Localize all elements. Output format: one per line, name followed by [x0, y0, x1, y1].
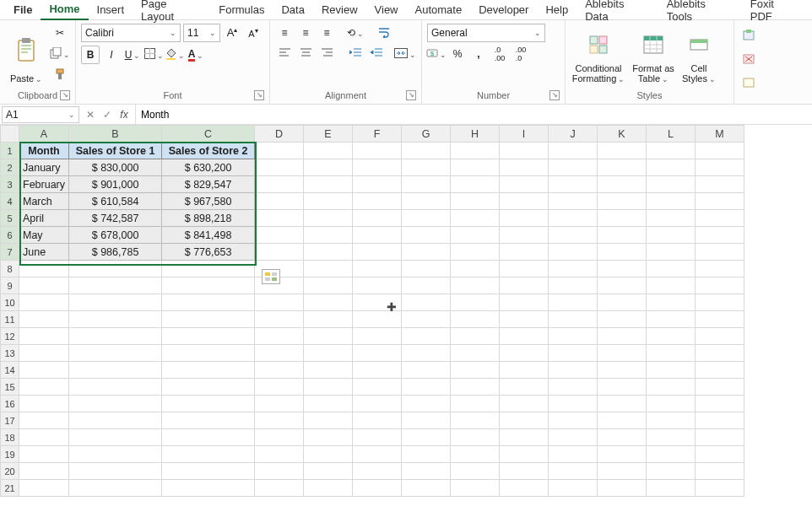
cell-H20[interactable] — [451, 463, 500, 480]
cell-M2[interactable] — [696, 159, 744, 176]
row-header-18[interactable]: 18 — [1, 429, 19, 446]
cell-E18[interactable] — [304, 429, 353, 446]
cell-M9[interactable] — [696, 277, 744, 294]
cell-K10[interactable] — [598, 294, 647, 311]
cell-G4[interactable] — [402, 193, 451, 210]
cell-J17[interactable] — [549, 412, 598, 429]
row-header-20[interactable]: 20 — [1, 463, 19, 480]
percent-format-button[interactable]: % — [448, 45, 467, 63]
cell-J21[interactable] — [549, 480, 598, 497]
cell-A21[interactable] — [19, 480, 69, 497]
row-header-6[interactable]: 6 — [1, 227, 19, 244]
cell-J9[interactable] — [549, 277, 598, 294]
italic-button[interactable]: I — [102, 46, 121, 64]
cell-C15[interactable] — [162, 379, 255, 396]
number-dialog-launcher[interactable]: ↘ — [549, 90, 560, 100]
font-color-button[interactable]: A — [187, 46, 205, 64]
cell-F3[interactable] — [353, 176, 402, 193]
cell-E8[interactable] — [304, 261, 353, 277]
tab-insert[interactable]: Insert — [89, 0, 133, 19]
cell-B12[interactable] — [69, 328, 162, 345]
cell-A5[interactable]: April — [19, 210, 69, 227]
row-header-2[interactable]: 2 — [1, 159, 19, 176]
cell-G14[interactable] — [402, 362, 451, 379]
cell-M19[interactable] — [696, 446, 744, 463]
cell-I11[interactable] — [500, 311, 549, 328]
cell-G18[interactable] — [402, 429, 451, 446]
column-header-C[interactable]: C — [162, 126, 255, 143]
cell-L16[interactable] — [647, 396, 696, 412]
cell-M21[interactable] — [696, 480, 744, 497]
cell-K19[interactable] — [598, 446, 647, 463]
cell-B1[interactable]: Sales of Store 1 — [69, 143, 162, 159]
cell-F10[interactable] — [353, 294, 402, 311]
cell-G6[interactable] — [402, 227, 451, 244]
align-bottom-button[interactable]: ≡ — [317, 24, 336, 42]
cell-G17[interactable] — [402, 412, 451, 429]
cell-H11[interactable] — [451, 311, 500, 328]
cell-L10[interactable] — [647, 294, 696, 311]
cell-G11[interactable] — [402, 311, 451, 328]
align-middle-button[interactable]: ≡ — [296, 24, 315, 42]
row-header-3[interactable]: 3 — [1, 176, 19, 193]
tab-file[interactable]: File — [5, 0, 41, 19]
cell-F13[interactable] — [353, 345, 402, 362]
cell-A1[interactable]: Month — [19, 143, 69, 159]
cell-F4[interactable] — [353, 193, 402, 210]
cell-J2[interactable] — [549, 159, 598, 176]
cell-H9[interactable] — [451, 277, 500, 294]
format-painter-button[interactable] — [51, 66, 69, 84]
cell-G10[interactable] — [402, 294, 451, 311]
cell-L20[interactable] — [647, 463, 696, 480]
cell-C5[interactable]: $ 898,218 — [162, 210, 255, 227]
cell-B8[interactable] — [69, 261, 162, 277]
cell-G8[interactable] — [402, 261, 451, 277]
cell-M4[interactable] — [696, 193, 744, 210]
cell-H14[interactable] — [451, 362, 500, 379]
name-box[interactable]: A1⌄ — [2, 106, 79, 123]
cell-C13[interactable] — [162, 345, 255, 362]
column-header-B[interactable]: B — [69, 126, 162, 143]
cell-I1[interactable] — [500, 143, 549, 159]
cell-K15[interactable] — [598, 379, 647, 396]
cell-M5[interactable] — [696, 210, 744, 227]
cell-A8[interactable] — [19, 261, 69, 277]
cell-K14[interactable] — [598, 362, 647, 379]
align-right-button[interactable] — [317, 45, 336, 63]
cell-G3[interactable] — [402, 176, 451, 193]
cell-K17[interactable] — [598, 412, 647, 429]
cell-E4[interactable] — [304, 193, 353, 210]
cell-F9[interactable] — [353, 277, 402, 294]
row-header-14[interactable]: 14 — [1, 362, 19, 379]
cell-D17[interactable] — [255, 412, 304, 429]
cell-I13[interactable] — [500, 345, 549, 362]
cell-L6[interactable] — [647, 227, 696, 244]
cell-J4[interactable] — [549, 193, 598, 210]
cell-H15[interactable] — [451, 379, 500, 396]
cell-M8[interactable] — [696, 261, 744, 277]
cell-K9[interactable] — [598, 277, 647, 294]
cell-M1[interactable] — [696, 143, 744, 159]
cell-J11[interactable] — [549, 311, 598, 328]
cell-G1[interactable] — [402, 143, 451, 159]
cell-B5[interactable]: $ 742,587 — [69, 210, 162, 227]
row-header-9[interactable]: 9 — [1, 277, 19, 294]
cell-F18[interactable] — [353, 429, 402, 446]
fill-color-button[interactable] — [165, 46, 184, 64]
cell-D5[interactable] — [255, 210, 304, 227]
cell-D4[interactable] — [255, 193, 304, 210]
cell-E9[interactable] — [304, 277, 353, 294]
cell-C20[interactable] — [162, 463, 255, 480]
cell-K1[interactable] — [598, 143, 647, 159]
cell-J16[interactable] — [549, 396, 598, 412]
cell-L21[interactable] — [647, 480, 696, 497]
cell-H4[interactable] — [451, 193, 500, 210]
row-header-12[interactable]: 12 — [1, 328, 19, 345]
row-header-10[interactable]: 10 — [1, 294, 19, 311]
cell-C8[interactable] — [162, 261, 255, 277]
cell-D12[interactable] — [255, 328, 304, 345]
cell-E15[interactable] — [304, 379, 353, 396]
decrease-decimal-button[interactable]: .00.0 — [512, 45, 530, 63]
cell-D7[interactable] — [255, 244, 304, 261]
cell-A19[interactable] — [19, 446, 69, 463]
